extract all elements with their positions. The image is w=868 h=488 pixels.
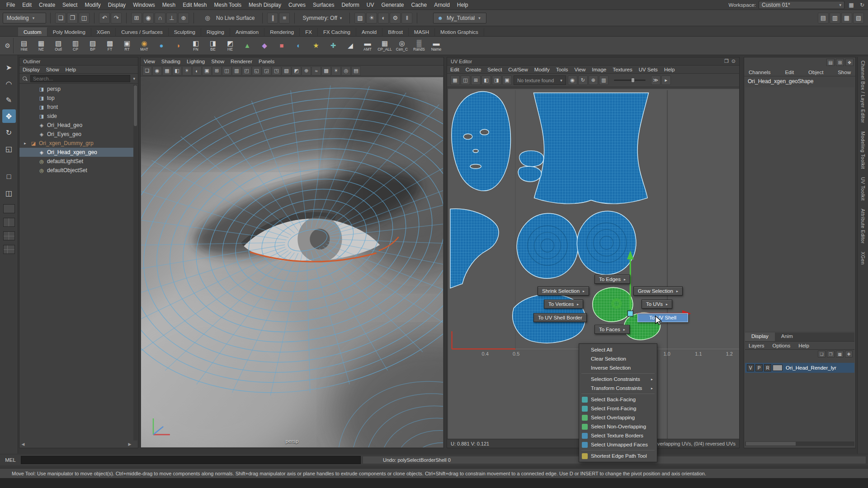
shelf-button[interactable]: ▤ Hist bbox=[15, 37, 33, 54]
menu-item[interactable]: Mesh Tools bbox=[211, 0, 245, 10]
shelf-button[interactable]: ▒ RandS bbox=[410, 37, 428, 54]
menu-item[interactable]: Windows bbox=[129, 0, 159, 10]
viewport-icon[interactable]: ≈ bbox=[311, 66, 321, 75]
shelf-tab[interactable]: Arnold bbox=[356, 28, 382, 36]
uv-toolbar-icon[interactable]: ▣ bbox=[502, 75, 512, 85]
menu-item-shortest-edge-path-tool[interactable]: Shortest Edge Path Tool bbox=[579, 451, 657, 460]
shelf-button[interactable]: ▨ BP bbox=[84, 37, 101, 54]
selected-shape-name[interactable]: Ori_Head_xgen_geoShape bbox=[748, 78, 813, 84]
shelf-button[interactable]: ◆ bbox=[256, 37, 273, 54]
marking-menu-to-vertices[interactable]: To Vertices ▸ bbox=[544, 300, 583, 309]
menu-item-select-all[interactable]: Select All bbox=[579, 345, 657, 354]
uv-menu-item[interactable]: Textures bbox=[609, 67, 635, 72]
snap-icon[interactable]: ⊕ bbox=[178, 13, 189, 23]
move-tool-icon[interactable]: ✥ bbox=[2, 109, 16, 123]
viewport-icon[interactable]: ◉ bbox=[152, 66, 162, 75]
shelf-button[interactable]: ▬ Name bbox=[428, 37, 445, 54]
shelf-button[interactable]: ▦ NE bbox=[33, 37, 50, 54]
layout-two-pane-button[interactable] bbox=[3, 218, 15, 227]
outliner-item[interactable]: ◈ Ori_Head_geo bbox=[19, 121, 133, 130]
panel-menu-icon[interactable]: ⊙ bbox=[731, 58, 736, 64]
viewport-icon[interactable]: ◰ bbox=[242, 66, 251, 75]
shelf-button[interactable]: ◧ FN bbox=[187, 37, 204, 54]
layer-visibility-toggle[interactable]: V bbox=[747, 364, 754, 371]
command-language-label[interactable]: MEL bbox=[0, 457, 21, 463]
viewport-icon[interactable]: ⊞ bbox=[212, 66, 222, 75]
outliner-menu-item[interactable]: Display bbox=[19, 67, 43, 72]
pin-icon[interactable]: ❐ bbox=[724, 58, 729, 64]
viewport-menu-item[interactable]: Lighting bbox=[184, 59, 208, 64]
viewport-icon[interactable]: ◳ bbox=[272, 66, 281, 75]
uv-menu-item[interactable]: View bbox=[571, 67, 589, 72]
menu-item-select-back-facing[interactable]: Select Back-Facing bbox=[579, 395, 657, 404]
gear-icon[interactable]: ⚙ bbox=[2, 38, 14, 53]
layout-four-pane-button[interactable] bbox=[3, 231, 15, 240]
file-op-icon[interactable]: ❐ bbox=[67, 13, 78, 23]
menu-item-select-texture-borders[interactable]: Select Texture Borders bbox=[579, 431, 657, 440]
command-input[interactable] bbox=[21, 456, 361, 464]
search-input[interactable] bbox=[30, 75, 130, 82]
shelf-tab[interactable]: Curves / Surfaces bbox=[116, 28, 168, 36]
outliner-menu-item[interactable]: Show bbox=[43, 67, 62, 72]
scrollbar-thumb[interactable] bbox=[746, 442, 796, 446]
construction-icon[interactable]: ≡ bbox=[279, 13, 290, 23]
scroll-left-icon[interactable]: ◀ bbox=[20, 441, 26, 447]
shelf-tab[interactable]: FX Caching bbox=[318, 28, 356, 36]
panel-toggle-icon[interactable]: ▤ bbox=[818, 13, 829, 23]
viewport-icon[interactable]: ▣ bbox=[202, 66, 212, 75]
menu-item-select-overlapping[interactable]: Select Overlapping bbox=[579, 413, 657, 422]
viewport-icon[interactable]: ☀ bbox=[182, 66, 192, 75]
shelf-button[interactable]: ◩ HE bbox=[222, 37, 239, 54]
channel-box-menu-item[interactable]: Show bbox=[838, 70, 851, 75]
expand-arrow-icon[interactable]: ▸ bbox=[22, 141, 28, 145]
marking-menu-to-uvs[interactable]: To UVs ▸ bbox=[642, 300, 672, 309]
channel-box-menu-item[interactable]: Object bbox=[808, 70, 823, 75]
shelf-button[interactable]: ◨ BE bbox=[204, 37, 222, 54]
shelf-tab[interactable]: FX bbox=[300, 28, 318, 36]
shelf-button[interactable]: ▧ Outl bbox=[50, 37, 67, 54]
menu-item[interactable]: Modify bbox=[81, 0, 104, 10]
uv-toolbar-icon[interactable]: ▦ bbox=[450, 75, 460, 85]
uv-menu-item[interactable]: Edit bbox=[447, 67, 462, 72]
uv-toolbar-icon[interactable]: ⊕ bbox=[589, 75, 598, 85]
sidebar-vertical-tab[interactable]: Attribute Editor bbox=[860, 209, 866, 244]
user-workspace-dropdown[interactable]: ☻ My_Tutorial ▾ bbox=[433, 13, 486, 23]
menu-item[interactable]: Generate bbox=[377, 0, 407, 10]
viewport-menu-item[interactable]: Panels bbox=[255, 59, 278, 64]
marking-menu-to-faces[interactable]: To Faces ▸ bbox=[594, 325, 630, 334]
menu-item-inverse-selection[interactable]: Inverse Selection bbox=[579, 363, 657, 372]
sidebar-vertical-tab[interactable]: UV Toolkit bbox=[860, 177, 866, 201]
menu-item[interactable]: Edit Mesh bbox=[179, 0, 210, 10]
viewport-menu-item[interactable]: Renderer bbox=[227, 59, 255, 64]
layer-renderable-toggle[interactable]: R bbox=[764, 364, 771, 371]
channel-display-icon[interactable]: ▤ bbox=[826, 59, 835, 66]
layout-icon[interactable]: ▦ bbox=[847, 1, 855, 9]
shelf-tab[interactable]: Poly Modeling bbox=[47, 28, 91, 36]
shelf-tab[interactable]: Sculpting bbox=[169, 28, 201, 36]
layer-editor-icon[interactable]: ❐ bbox=[827, 351, 835, 357]
viewport-icon[interactable]: ◱ bbox=[252, 66, 261, 75]
menu-item-transform-constraints[interactable]: Transform Constraints▸ bbox=[579, 384, 657, 393]
workspace-dropdown[interactable]: Custom 01* ▾ bbox=[759, 1, 844, 9]
viewport-icon[interactable]: ☀ bbox=[331, 66, 341, 75]
outliner-item[interactable]: ◨ front bbox=[19, 103, 133, 112]
paint-select-tool-icon[interactable]: ✎ bbox=[2, 93, 16, 107]
viewport-icon[interactable]: ◧ bbox=[172, 66, 182, 75]
marking-menu-to-uv-shell[interactable]: To UV Shell bbox=[637, 313, 688, 322]
layer-editor-tab[interactable]: Display bbox=[745, 333, 775, 341]
menu-item[interactable]: Mesh bbox=[159, 0, 179, 10]
viewport-icon[interactable]: ◩ bbox=[292, 66, 301, 75]
isolate-select-icon[interactable]: □ bbox=[2, 170, 16, 183]
uv-toolbar-icon[interactable]: ◨ bbox=[492, 75, 501, 85]
shelf-tab[interactable]: Rigging bbox=[201, 28, 230, 36]
channel-box-menu-item[interactable]: Channels bbox=[749, 70, 771, 75]
sidebar-vertical-tab[interactable]: Modeling Toolkit bbox=[860, 131, 866, 169]
uv-menu-item[interactable]: UV Sets bbox=[636, 67, 661, 72]
menu-item-select-unmapped-faces[interactable]: Select Unmapped Faces bbox=[579, 440, 657, 449]
shelf-button[interactable]: ▣ RT bbox=[118, 37, 136, 54]
menu-item-selection-constraints[interactable]: Selection Constraints▸ bbox=[579, 375, 657, 384]
layer-editor-tab[interactable]: Anim bbox=[775, 333, 799, 341]
layout-three-pane-button[interactable] bbox=[3, 245, 15, 254]
viewport-icon[interactable]: ◲ bbox=[262, 66, 271, 75]
menu-item-clear-selection[interactable]: Clear Selection bbox=[579, 354, 657, 363]
